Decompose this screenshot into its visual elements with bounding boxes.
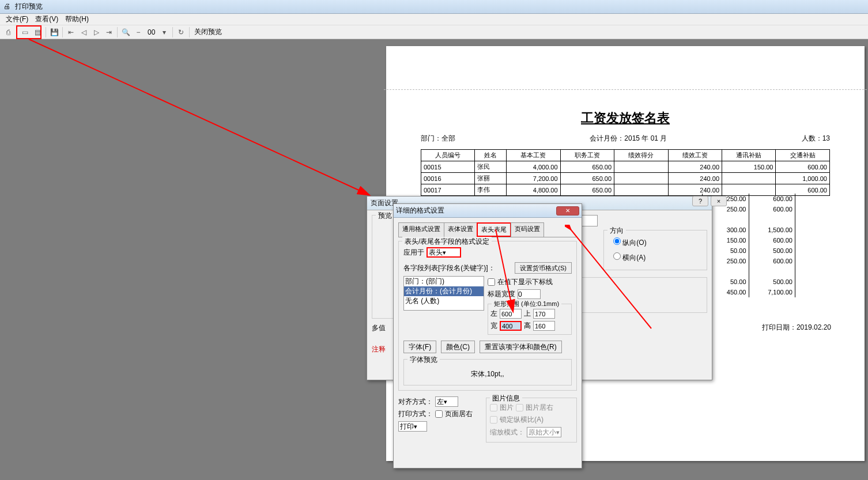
list-item[interactable]: 部门：(部门) <box>404 277 484 286</box>
window-title: 打印预览 <box>15 2 43 12</box>
print-icon[interactable]: ⎙ <box>2 27 14 38</box>
tab-header-footer[interactable]: 表头表尾 <box>477 222 511 237</box>
portrait-radio[interactable]: 纵向(O) <box>609 235 702 250</box>
table-header: 绩效工资 <box>668 150 722 161</box>
highlight-toolbar <box>16 25 41 39</box>
rect-left-label: 左 <box>490 309 497 319</box>
scale-select: 原始大小▾ <box>527 427 561 437</box>
color-button[interactable]: 颜色(C) <box>441 341 475 353</box>
count-value: 13 <box>822 134 830 142</box>
landscape-radio[interactable]: 横向(A) <box>609 250 702 265</box>
direction-group: 方向 <box>607 226 626 236</box>
rect-width-input[interactable] <box>500 321 522 331</box>
prev-page-icon[interactable]: ◁ <box>78 27 89 38</box>
dropdown-icon[interactable]: ▾ <box>158 27 170 38</box>
page-center-label: 页面居右 <box>445 409 473 419</box>
close-button[interactable]: × <box>711 196 727 206</box>
align-label: 对齐方式： <box>398 397 433 407</box>
apply-to-select[interactable]: 表头 ▾ <box>427 247 461 258</box>
help-button[interactable]: ? <box>692 196 708 206</box>
rect-title: 矩形范围 (单位:0.1mm) <box>492 300 561 308</box>
field-listbox[interactable]: 部门：(部门) 会计月份：(会计月份) 无名 (人数) <box>403 276 484 311</box>
tab-page-number[interactable]: 页码设置 <box>511 222 544 237</box>
table-row: 250.00600.00 <box>703 256 795 266</box>
detail-close-button[interactable]: ✕ <box>556 206 579 216</box>
tabs: 通用格式设置 表体设置 表头表尾 页码设置 <box>398 222 577 237</box>
table-row <box>703 266 795 277</box>
print-mode-label: 打印方式： <box>398 409 433 419</box>
table-row: 150.00600.00 <box>703 235 795 245</box>
list-item[interactable]: 无名 (人数) <box>404 296 484 306</box>
dept-value: 全部 <box>441 134 455 142</box>
title-width-input[interactable] <box>518 289 541 299</box>
menu-help[interactable]: 帮助(H) <box>62 14 92 24</box>
align-select[interactable]: 左▾ <box>435 396 458 407</box>
tab-general[interactable]: 通用格式设置 <box>398 222 444 237</box>
table-row: 50.00500.00 <box>703 245 795 256</box>
font-preview-label: 字体预览 <box>407 355 440 365</box>
image-checkbox <box>490 404 497 411</box>
table-header: 交通补贴 <box>776 150 830 161</box>
last-page-icon[interactable]: ⇥ <box>103 27 115 38</box>
table-row: 00016张丽7,200.00650.00240.001,000.00 <box>421 173 830 184</box>
dept-label: 部门： <box>421 134 441 142</box>
title-width-label: 标题宽度 <box>488 289 515 299</box>
table-row: 00015张民4,000.00650.00240.00150.00600.00 <box>421 161 830 173</box>
rect-left-input[interactable] <box>500 309 522 319</box>
hf-group-title: 表头/表尾各字段的格式设定 <box>402 237 492 247</box>
table-header: 基本工资 <box>507 150 560 161</box>
table-row: 450.007,100.00 <box>703 287 795 297</box>
tab-body[interactable]: 表体设置 <box>444 222 477 237</box>
app-icon: 🖨 <box>3 2 13 12</box>
close-preview-button[interactable]: 关闭预览 <box>192 27 224 37</box>
menu-file[interactable]: 文件(F) <box>2 14 32 24</box>
rect-width-label: 宽 <box>490 321 497 331</box>
currency-format-button[interactable]: 设置货币格式(S) <box>515 262 572 274</box>
table-header: 人员编号 <box>421 150 475 161</box>
reset-font-button[interactable]: 重置该项字体和颜色(R) <box>480 341 562 353</box>
partial-table: 250.00600.00250.00600.00300.001,500.0015… <box>702 194 795 297</box>
menu-view[interactable]: 查看(V) <box>32 14 62 24</box>
rect-height-label: 高 <box>524 321 531 331</box>
count-label: 人数： <box>802 134 822 142</box>
preview-group-label: 预览 <box>376 211 394 221</box>
print-date-label: 打印日期： <box>762 323 797 331</box>
scale-label: 缩放模式： <box>490 428 524 437</box>
underline-label: 在值下显示下标线 <box>497 277 553 287</box>
font-preview: 宋体,10pt,, <box>406 365 569 383</box>
detail-format-dialog: 详细的格式设置 ✕ 通用格式设置 表体设置 表头表尾 页码设置 表头/表尾各字段… <box>393 203 582 468</box>
refresh-icon[interactable]: ↻ <box>175 27 187 38</box>
list-item-selected[interactable]: 会计月份：(会计月份) <box>404 286 484 296</box>
rect-height-input[interactable] <box>533 321 555 331</box>
table-row <box>703 214 795 225</box>
table-row: 50.00500.00 <box>703 277 795 287</box>
zoom-out-icon[interactable]: − <box>133 27 144 38</box>
export-icon[interactable]: 💾 <box>48 27 60 38</box>
zoom-icon[interactable]: 🔍 <box>120 27 131 38</box>
image-right-checkbox <box>516 404 523 411</box>
lock-ratio-checkbox <box>490 416 497 424</box>
image-group-title: 图片信息 <box>490 394 522 403</box>
zoom-val[interactable]: 00 <box>145 28 157 36</box>
next-page-icon[interactable]: ▷ <box>90 27 102 38</box>
rect-top-input[interactable] <box>533 309 555 319</box>
doc-title: 工资发放签名表 <box>386 109 865 127</box>
print-date-value: 2019.02.20 <box>797 323 831 331</box>
table-header: 职务工资 <box>560 150 614 161</box>
apply-to-label: 应用于 <box>403 248 424 258</box>
first-page-icon[interactable]: ⇤ <box>65 27 77 38</box>
salary-table: 人员编号姓名基本工资职务工资绩效得分绩效工资通讯补贴交通补贴 00015张民4,… <box>421 149 830 196</box>
font-button[interactable]: 字体(F) <box>403 341 436 353</box>
rect-top-label: 上 <box>524 309 531 319</box>
underline-checkbox[interactable] <box>488 278 495 286</box>
period-value: 2015 年 01 月 <box>624 134 667 142</box>
period-label: 会计月份： <box>590 134 624 142</box>
table-header: 绩效得分 <box>614 150 668 161</box>
page-center-checkbox[interactable] <box>435 410 443 418</box>
field-list-label: 各字段列表[字段名(关键字)]： <box>403 263 512 273</box>
table-row: 300.001,500.00 <box>703 225 795 235</box>
table-header: 通讯补贴 <box>722 150 776 161</box>
print-select[interactable]: 打印▾ <box>398 421 427 432</box>
detail-dialog-title: 详细的格式设置 <box>396 206 444 216</box>
table-header: 姓名 <box>475 150 507 161</box>
